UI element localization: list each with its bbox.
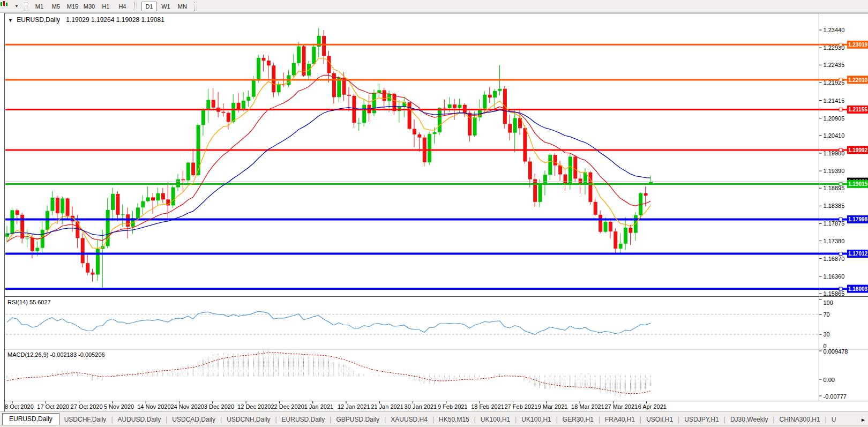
svg-text:0.009478: 0.009478 (824, 349, 848, 355)
tab-U[interactable]: U (827, 414, 841, 425)
timeframe-toolbar: ▼ M1M5M15M30H1H4D1W1MN (0, 0, 868, 13)
chart-ohlc-values: 1.19029 1.19264 1.19028 1.19081 (66, 16, 164, 24)
svg-text:0.00: 0.00 (824, 377, 835, 383)
date-label: 27 Feb 2021 (505, 403, 538, 410)
toolbar-separator (134, 2, 137, 10)
tab-GER30-H1[interactable]: GER30,H1 (558, 414, 598, 425)
price-axis-tick: 1.17380 (824, 238, 845, 244)
tab-EURUSD-Daily[interactable]: EURUSD,Daily (277, 414, 330, 425)
rsi-panel: RSI(14) 55.6027 10070300 (4, 296, 868, 349)
hline-handle (839, 252, 842, 255)
date-label: 30 Jan 2021 (405, 403, 437, 410)
date-label: 9 Mar 2021 (538, 403, 568, 410)
tab-GBPUSD-Daily[interactable]: GBPUSD,Daily (331, 414, 384, 425)
timeframe-button-M1[interactable]: M1 (32, 2, 47, 11)
timeframe-buttons: M1M5M15M30H1H4D1W1MN (31, 2, 191, 11)
tab-HK50-M15[interactable]: HK50,M15 (434, 414, 474, 425)
macd-panel: MACD(12,26,9) -0.002183 -0.005206 0.0094… (4, 349, 868, 401)
hline-handle (839, 218, 842, 221)
trading-terminal-window: { "icons": { "chart_menu_arrow": "▼", "t… (0, 0, 868, 427)
rsi-chart[interactable]: 10070300 (5, 297, 868, 349)
candlestick-chart[interactable]: 1.234401.229301.224351.219251.214151.209… (5, 13, 868, 297)
tab-USDCNH-Daily[interactable]: USDCNH,Daily (222, 414, 275, 425)
timeframe-button-W1[interactable]: W1 (158, 2, 174, 11)
date-label: 21 Jan 2021 (371, 403, 403, 410)
price-axis-tick: 1.17875 (824, 220, 845, 227)
price-axis-tick: 1.18895 (824, 185, 845, 191)
price-axis-tick: 1.16870 (824, 256, 845, 262)
tab-UK100-H1[interactable]: UK100,H1 (476, 414, 515, 425)
tab-XAUUSD-H4[interactable]: XAUUSD,H4 (386, 414, 432, 425)
toolbar-grip[interactable] (194, 2, 197, 11)
svg-text:1.19015: 1.19015 (848, 181, 868, 187)
timeframe-button-D1[interactable]: D1 (141, 2, 157, 11)
date-label: 22 Dec 2020 (271, 403, 304, 410)
tab-AUDUSD-Daily[interactable]: AUDUSD,Daily (113, 414, 166, 425)
rsi-line (7, 311, 650, 334)
price-axis-tick: 1.19390 (824, 168, 845, 174)
price-axis-tick: 1.20905 (824, 115, 845, 122)
tab-CHINA300-H1[interactable]: CHINA300,H1 (775, 414, 825, 425)
rsi-label: RSI(14) 55.6027 (8, 299, 51, 305)
chart-type-icon[interactable] (2, 2, 14, 11)
price-axis-tick: 1.16360 (824, 273, 845, 280)
date-label: 5 Nov 2020 (104, 403, 134, 410)
chart-menu-arrow-icon[interactable]: ▼ (8, 18, 13, 23)
date-label: 1 Jan 2021 (304, 403, 333, 410)
date-axis[interactable]: 8 Oct 202017 Oct 202027 Oct 20205 Nov 20… (4, 401, 868, 411)
svg-text:-0.00777: -0.00777 (824, 393, 847, 400)
date-label: 24 Nov 2020 (171, 403, 204, 410)
tab-USDCAD-Daily[interactable]: USDCAD,Daily (167, 414, 220, 425)
timeframe-button-MN[interactable]: MN (175, 2, 190, 11)
toolbar-grip[interactable] (25, 2, 27, 11)
tab-UK100-H1[interactable]: UK100,H1 (517, 414, 556, 425)
timeframe-button-M15[interactable]: M15 (65, 2, 80, 11)
timeframe-button-M5[interactable]: M5 (48, 2, 64, 11)
svg-text:1.23019: 1.23019 (848, 42, 868, 48)
svg-text:1.16003: 1.16003 (848, 286, 868, 292)
price-axis-tick: 1.21415 (824, 98, 845, 104)
main-chart-panel: ▼ EURUSD,Daily 1.19029 1.19264 1.19028 1… (4, 13, 868, 296)
tab-EURUSD-Daily[interactable]: EURUSD,Daily (2, 413, 59, 425)
tab-scroll-right-icon[interactable]: ► (860, 417, 866, 423)
price-axis-tick: 1.18385 (824, 203, 845, 209)
date-label: 3 Dec 2020 (204, 403, 234, 410)
macd-chart[interactable]: 0.0094780.00-0.00777 (5, 349, 868, 401)
date-label: 17 Oct 2020 (37, 403, 69, 410)
date-label: 18 Feb 2021 (471, 403, 504, 410)
svg-text:1.17998: 1.17998 (848, 216, 868, 222)
date-label: 12 Dec 2020 (237, 403, 271, 410)
chart-title: ▼ EURUSD,Daily 1.19029 1.19264 1.19028 1… (8, 16, 164, 24)
date-label: 18 Mar 2021 (571, 403, 604, 410)
hline-handle (839, 182, 842, 185)
price-axis-tick: 1.20410 (824, 132, 845, 139)
tab-FRA40-H1[interactable]: FRA40,H1 (600, 414, 640, 425)
timeframe-button-M30[interactable]: M30 (81, 2, 97, 11)
date-label: 9 Feb 2021 (438, 403, 468, 410)
tab-USOil-H1[interactable]: USOil,H1 (641, 414, 678, 425)
svg-text:30: 30 (824, 331, 830, 338)
price-axis-tick: 1.22435 (824, 62, 845, 68)
hline-handle (839, 78, 842, 81)
hline-handle (839, 108, 842, 111)
tab-USDJPY-H1[interactable]: USDJPY,H1 (679, 414, 723, 425)
hline-handle (839, 287, 842, 290)
svg-text:1.19992: 1.19992 (848, 147, 868, 153)
chart-symbol-label: EURUSD,Daily (17, 16, 60, 24)
candles (5, 28, 653, 288)
hline-handle (839, 43, 842, 46)
date-label: 6 Apr 2021 (638, 403, 667, 410)
svg-text:100: 100 (824, 299, 833, 306)
svg-text:1.21155: 1.21155 (848, 107, 867, 113)
tab-USDCHF-Daily[interactable]: USDCHF,Daily (59, 414, 111, 425)
chart-tab-bar: EURUSD,DailyUSDCHF,Daily|AUDUSD,Daily|US… (0, 411, 868, 425)
hline-handle (839, 148, 842, 152)
price-axis-tick: 1.23440 (824, 27, 845, 33)
timeframe-button-H4[interactable]: H4 (115, 2, 130, 11)
tab-DJ30-Weekly[interactable]: DJ30,Weekly (725, 414, 773, 425)
svg-text:70: 70 (824, 311, 830, 318)
timeframe-button-H1[interactable]: H1 (98, 2, 114, 11)
svg-text:1.17012: 1.17012 (848, 251, 868, 257)
chart-type-dropdown-icon[interactable]: ▼ (14, 4, 19, 9)
date-label: 27 Mar 2021 (604, 403, 638, 410)
